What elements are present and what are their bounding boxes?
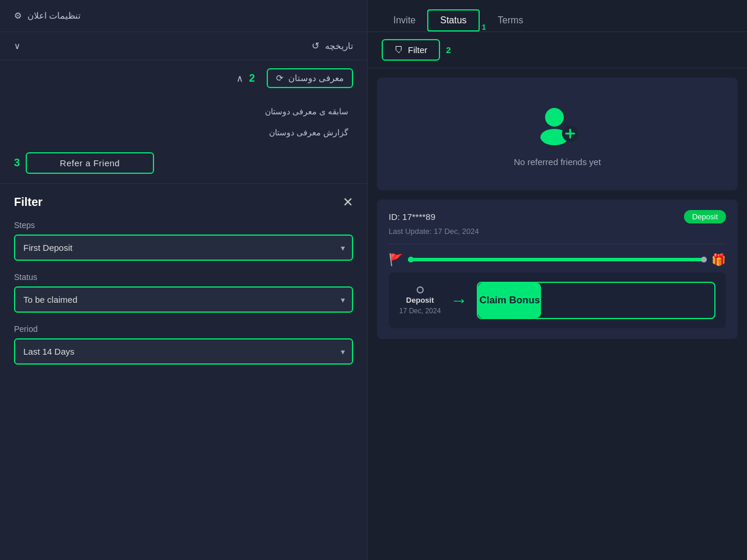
tab-status-number: 1 (482, 23, 486, 32)
progress-row: 🚩 🎁 (389, 253, 726, 267)
tab-terms[interactable]: Terms (486, 9, 535, 32)
filter-period-label: Period (14, 324, 353, 334)
progress-dot-end (701, 257, 707, 262)
referral-header-box: معرفی دوستان ⟳ (267, 68, 353, 88)
filter-action-button[interactable]: ⛉ Filter (382, 39, 440, 61)
svg-point-0 (545, 108, 564, 127)
claim-btn-wrapper: Claim Bonus (477, 282, 715, 319)
gift-icon: 🎁 (711, 253, 726, 267)
filter-action-label: Filter (408, 45, 427, 55)
filter-status-select[interactable]: To be claimed Claimed Expired (14, 286, 353, 313)
submenu-item-1[interactable]: سابقه ی معرفی دوستان (0, 101, 367, 122)
referral-header[interactable]: معرفی دوستان ⟳ 2 ∧ (0, 60, 367, 96)
tab-terms-label: Terms (498, 15, 523, 25)
filter-status-group: Status To be claimed Claimed Expired ▾ (14, 272, 353, 313)
referral-icon: ⟳ (276, 73, 284, 83)
notif-settings-label: تنظیمات اعلان (27, 10, 81, 21)
deposit-timeline: Deposit 17 Dec, 2024 → Claim Bonus (389, 272, 726, 328)
card-divider (389, 244, 726, 244)
refer-btn-row: Refer a Friend 3 (0, 148, 367, 183)
chevron-down-icon: ∨ (14, 41, 20, 51)
card-top-row: ID: 17****89 Deposit (389, 210, 726, 223)
filter-status-label: Status (14, 272, 353, 282)
deposit-badge: Deposit (684, 210, 726, 223)
referral-label: معرفی دوستان (288, 73, 344, 83)
timeline-deposit-label: Deposit (406, 296, 434, 304)
filter-period-wrapper: Last 14 Days Last 30 Days Last 90 Days ▾ (14, 338, 353, 365)
filter-status-wrapper: To be claimed Claimed Expired ▾ (14, 286, 353, 313)
timeline-dot (417, 286, 424, 293)
refer-a-friend-button[interactable]: Refer a Friend (26, 152, 154, 174)
filter-btn-row: ⛉ Filter 2 (368, 32, 747, 68)
left-panel: تنظیمات اعلان ⚙ تاریخچه ↺ ∨ معرفی دوستان… (0, 0, 368, 560)
card-update: Last Update: 17 Dec, 2024 (389, 227, 726, 236)
no-friends-text: No referred friends yet (514, 157, 601, 167)
chevron-up-icon: ∧ (236, 73, 243, 84)
funnel-icon: ⛉ (395, 45, 403, 55)
tabs-row: Invite Status 1 Terms (368, 0, 747, 32)
filter-period-select[interactable]: Last 14 Days Last 30 Days Last 90 Days (14, 338, 353, 365)
filter-steps-select[interactable]: First Deposit Second Deposit Third Depos… (14, 235, 353, 261)
history-label: تاریخچه (325, 41, 353, 51)
history-icon: ↺ (312, 40, 319, 51)
user-add-icon (534, 101, 581, 148)
flag-icon: 🚩 (389, 253, 403, 267)
filter-title-row: Filter ✕ (14, 195, 353, 209)
progress-dot-start (408, 257, 414, 262)
filter-title: Filter (14, 195, 43, 209)
tab-status-label: Status (440, 15, 466, 25)
history-row[interactable]: تاریخچه ↺ ∨ (0, 32, 367, 60)
timeline-deposit-date: 17 Dec, 2024 (399, 307, 441, 315)
tab-status[interactable]: Status (427, 9, 479, 32)
tab-invite-label: Invite (393, 15, 416, 25)
no-friends-section: No referred friends yet (377, 78, 738, 190)
gear-icon: ⚙ (14, 10, 22, 21)
referral-section: معرفی دوستان ⟳ 2 ∧ سابقه ی معرفی دوستان … (0, 60, 367, 184)
submenu-item-2[interactable]: گزارش معرفی دوستان (0, 122, 367, 143)
progress-bar-fill (408, 258, 707, 261)
filter-period-group: Period Last 14 Days Last 30 Days Last 90… (14, 324, 353, 365)
progress-bar-bg (408, 258, 707, 261)
notif-settings-row[interactable]: تنظیمات اعلان ⚙ (0, 0, 367, 32)
card-id: ID: 17****89 (389, 212, 435, 222)
filter-close-button[interactable]: ✕ (343, 196, 353, 209)
claim-bonus-button[interactable]: Claim Bonus (478, 283, 541, 318)
progress-bar-wrap (408, 258, 707, 261)
filter-steps-wrapper: First Deposit Second Deposit Third Depos… (14, 235, 353, 261)
filter-action-number: 2 (446, 45, 451, 55)
right-panel: Invite Status 1 Terms ⛉ Filter 2 No refe… (368, 0, 747, 560)
tab-invite[interactable]: Invite (382, 9, 427, 32)
timeline-left: Deposit 17 Dec, 2024 (399, 286, 441, 315)
referral-card: ID: 17****89 Deposit Last Update: 17 Dec… (377, 200, 738, 339)
refer-btn-number: 3 (14, 157, 20, 169)
refer-btn-wrapper: Refer a Friend 3 (14, 152, 154, 174)
referral-number-badge: 2 (249, 72, 255, 85)
filter-steps-label: Steps (14, 220, 353, 230)
arrow-right-icon: → (450, 290, 467, 310)
referral-submenu: سابقه ی معرفی دوستان گزارش معرفی دوستان (0, 96, 367, 148)
filter-steps-group: Steps First Deposit Second Deposit Third… (14, 220, 353, 261)
filter-panel: Filter ✕ Steps First Deposit Second Depo… (0, 184, 367, 560)
